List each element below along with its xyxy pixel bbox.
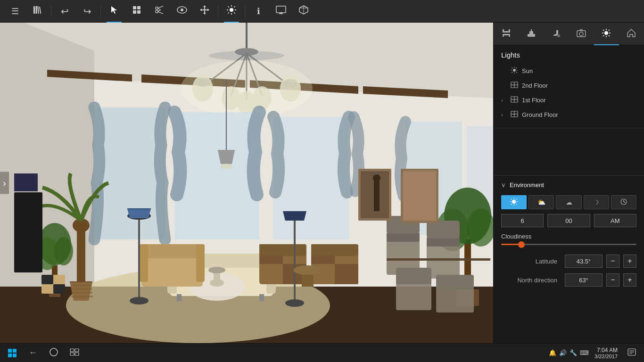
svg-rect-139 (528, 34, 535, 37)
env-time-of-day-button[interactable] (611, 195, 636, 209)
environment-header[interactable]: ∨ Environment (494, 181, 644, 193)
cloudiness-slider[interactable] (494, 244, 644, 252)
objects-button[interactable] (125, 0, 148, 23)
latitude-row: Latitude 43.5° − + (494, 252, 644, 271)
latitude-value[interactable]: 43.5° (565, 255, 603, 268)
task-view-button[interactable] (66, 345, 83, 362)
info-icon: ℹ (257, 6, 260, 16)
paint-icon (552, 28, 561, 40)
ground-floor-label: Ground Floor (522, 111, 636, 118)
cloudiness-track (501, 244, 636, 245)
redo-icon: ↪ (83, 6, 91, 17)
light-item-1st-floor[interactable]: › 1st Floor (494, 93, 644, 107)
env-cloudy-button[interactable]: ☁ (556, 195, 581, 209)
1st-floor-label: 1st Floor (522, 97, 636, 104)
task-view-icon (70, 348, 79, 358)
svg-rect-186 (8, 354, 12, 357)
floor-icon-1 (511, 96, 518, 105)
floor-icon-g (511, 110, 518, 119)
svg-rect-184 (8, 349, 12, 353)
svg-rect-119 (396, 268, 431, 284)
svg-rect-140 (529, 31, 533, 34)
svg-line-183 (624, 202, 625, 203)
svg-rect-190 (75, 349, 79, 352)
svg-rect-129 (14, 192, 42, 272)
cloudiness-label: Cloudiness (494, 233, 644, 244)
panel-camera-button[interactable] (569, 23, 594, 45)
time-inputs: 6 00 AM (494, 214, 644, 233)
cut-button[interactable] (148, 0, 171, 23)
sun-toolbar-button[interactable] (220, 0, 243, 23)
svg-rect-58 (273, 117, 349, 239)
svg-line-179 (516, 198, 517, 199)
svg-line-160 (516, 72, 517, 73)
time-min-input[interactable]: 00 (547, 214, 590, 227)
light-item-2nd-floor[interactable]: › 2nd Floor (494, 78, 644, 93)
time-ampm-input[interactable]: AM (594, 214, 636, 227)
back-button[interactable]: ← (25, 345, 41, 362)
svg-point-102 (130, 297, 149, 304)
viewport-nav-left[interactable]: › (0, 172, 9, 194)
svg-rect-6 (133, 10, 136, 14)
info-button[interactable]: ℹ (247, 0, 270, 23)
env-clear-sky-button[interactable] (501, 195, 527, 209)
clock-icon (620, 198, 627, 207)
redo-button[interactable]: ↪ (76, 0, 99, 23)
env-partly-cloudy-button[interactable]: ⛅ (528, 195, 554, 209)
notification-center-button[interactable] (623, 345, 640, 362)
env-night-button[interactable]: ☽ (584, 195, 609, 209)
view-button[interactable] (171, 0, 193, 23)
search-button[interactable] (45, 345, 62, 362)
svg-rect-85 (53, 284, 65, 294)
light-item-sun[interactable]: › Sun (494, 64, 644, 78)
svg-rect-95 (259, 244, 306, 256)
panel-lights-button[interactable] (594, 23, 619, 45)
svg-rect-75 (72, 288, 92, 290)
taskbar-right: 🔔 🔊 🔧 ⌨ 7:04 AM 3/22/2017 (549, 345, 640, 362)
windows-start-button[interactable] (4, 345, 21, 362)
svg-rect-122 (387, 258, 490, 261)
svg-rect-137 (503, 35, 504, 37)
sun-label: Sun (522, 67, 636, 74)
network-icon[interactable]: 🔧 (570, 349, 577, 356)
menu-button[interactable]: ☰ (4, 0, 26, 23)
floor-icon-2 (511, 81, 518, 90)
svg-line-161 (516, 68, 517, 69)
north-decrease-button[interactable]: − (606, 273, 619, 287)
env-time-buttons: ⛅ ☁ ☽ (494, 193, 644, 214)
panel-paint-button[interactable] (544, 23, 569, 45)
move-button[interactable] (193, 0, 216, 23)
north-increase-button[interactable]: + (623, 273, 636, 287)
move-icon (200, 5, 209, 17)
panel-sun-icon (602, 28, 611, 40)
volume-icon[interactable]: 🔊 (559, 349, 567, 356)
box3d-button[interactable] (292, 0, 315, 23)
search-icon (49, 347, 58, 359)
panel-build-button[interactable] (519, 23, 544, 45)
viewport[interactable]: › (0, 23, 493, 343)
clock[interactable]: 7:04 AM 3/22/2017 (594, 347, 618, 359)
keyboard-icon[interactable]: ⌨ (580, 349, 589, 356)
partly-cloudy-icon: ⛅ (537, 198, 545, 206)
time-hour-input[interactable]: 6 (501, 214, 544, 227)
select-button[interactable] (103, 0, 125, 23)
box3d-icon (298, 5, 309, 17)
menu-icon: ☰ (11, 6, 19, 16)
svg-line-150 (603, 30, 604, 31)
undo-button[interactable]: ↩ (53, 0, 76, 23)
panel-home-button[interactable] (619, 23, 644, 45)
svg-rect-3 (39, 7, 41, 14)
north-direction-value[interactable]: 63° (565, 273, 603, 287)
latitude-decrease-button[interactable]: − (606, 255, 619, 268)
latitude-increase-button[interactable]: + (623, 255, 636, 268)
panel-tools-button[interactable] (494, 23, 519, 45)
svg-line-152 (609, 30, 610, 31)
display-button[interactable] (270, 0, 292, 23)
light-item-ground-floor[interactable]: › Ground Floor (494, 107, 644, 122)
svg-point-145 (604, 31, 608, 35)
notifications-icon[interactable]: 🔔 (549, 349, 556, 356)
cloudiness-thumb[interactable] (518, 241, 525, 248)
library-button[interactable] (26, 0, 49, 23)
svg-rect-7 (137, 10, 140, 14)
panel-scroll[interactable]: Lights › (494, 45, 644, 343)
